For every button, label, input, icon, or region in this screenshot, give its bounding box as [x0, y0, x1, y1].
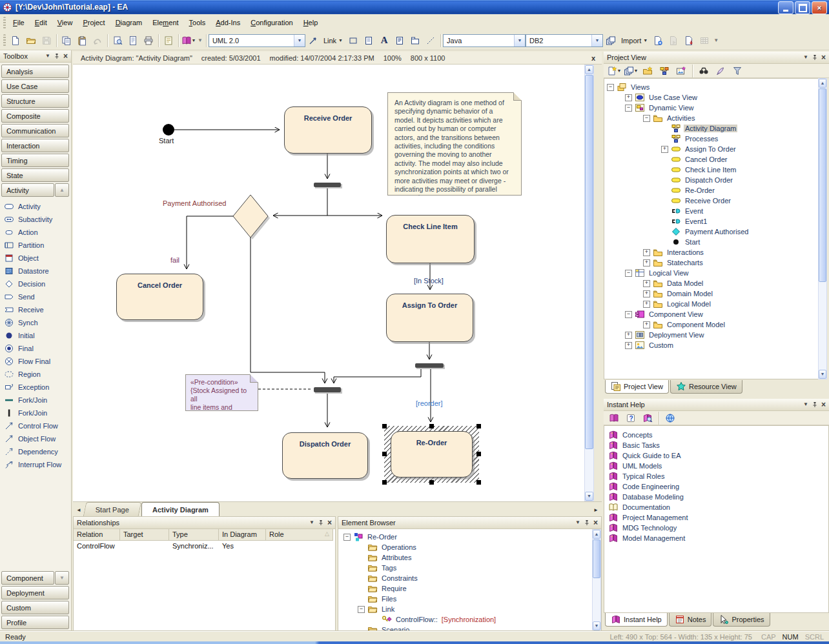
scroll-down-icon[interactable]: ▼ [593, 621, 600, 630]
tree-item-deployment-view[interactable]: +Deployment View [607, 330, 705, 340]
tree-item-link[interactable]: −Link [343, 604, 396, 614]
tree-item-re-order[interactable]: −Re-Order [343, 532, 398, 542]
join-bar[interactable] [314, 387, 341, 392]
tree-item-check-line-item[interactable]: Check Line Item [607, 165, 737, 175]
tree-expander-plus[interactable]: + [643, 259, 650, 267]
column-header-relation[interactable]: Relation [74, 529, 120, 541]
notes-button[interactable] [161, 33, 176, 48]
package-button[interactable] [407, 33, 423, 48]
column-header-type[interactable]: Type [169, 529, 219, 541]
ih-book-button[interactable] [606, 410, 622, 425]
tree-item-views[interactable]: −Views [607, 82, 651, 92]
menu-configuration[interactable]: Configuration [245, 15, 298, 30]
menu-tools[interactable]: Tools [184, 15, 211, 30]
toolbox-section-structure[interactable]: Structure [1, 94, 69, 108]
project-view-close-button[interactable]: × [821, 54, 826, 61]
chevron-down-icon[interactable]: ▼ [591, 35, 602, 46]
toolbox-item-exception[interactable]: Exception [4, 381, 68, 394]
selection-handle[interactable] [476, 480, 481, 485]
join-bar[interactable] [415, 363, 444, 368]
help-topic-database-modeling[interactable]: Database Modeling [608, 492, 685, 502]
column-header-in-diagram[interactable]: In Diagram [219, 529, 266, 541]
reverse-engineer-button[interactable] [681, 33, 697, 48]
toolbox-close-button[interactable]: × [63, 53, 68, 59]
toolbox-item-control-flow[interactable]: Control Flow [4, 419, 68, 432]
toolbox-section-timing[interactable]: Timing [1, 154, 69, 167]
activity-node-dispatch-order[interactable]: Dispatch Order [282, 432, 368, 479]
scroll-down-icon[interactable]: ▼ [819, 370, 826, 379]
start-node[interactable] [163, 124, 174, 136]
menu-project[interactable]: Project [77, 15, 110, 30]
pv-window-stack-button[interactable]: ▼ [623, 63, 639, 78]
tree-expander-minus[interactable]: − [358, 606, 365, 613]
tree-expander-plus[interactable]: + [643, 301, 650, 308]
diagram-canvas[interactable]: Receive OrderCheck Line ItemAssign To Or… [73, 65, 584, 501]
column-header-target[interactable]: Target [120, 529, 169, 541]
tree-item-scenario[interactable]: Scenario [343, 625, 411, 630]
tab-scroll-right-icon[interactable]: ► [591, 505, 600, 515]
tree-expander-minus[interactable]: − [625, 311, 632, 318]
instant-help-menu-button[interactable]: ▼ [803, 401, 808, 408]
activity-node-assign-to-order[interactable]: Assign To Order [386, 294, 473, 342]
toolbox-section-profile[interactable]: Profile [1, 616, 69, 629]
tree-expander-minus[interactable]: − [643, 115, 650, 122]
dashed-connector-button[interactable] [423, 33, 438, 48]
tab-activity-diagram[interactable]: Activity Diagram [141, 502, 220, 516]
dock-tab-notes[interactable]: Notes [669, 613, 712, 627]
element-browser-vscrollbar[interactable]: ▲ ▼ [592, 529, 601, 631]
tree-item-event[interactable]: Event [607, 206, 704, 216]
toolbox-item-activity[interactable]: Activity [4, 200, 68, 213]
tree-item-processes[interactable]: Processes [607, 134, 719, 144]
diagram-close-button[interactable]: x [591, 54, 595, 62]
tree-expander-plus[interactable]: + [625, 342, 632, 349]
scroll-thumb[interactable] [585, 75, 593, 449]
selection-handle[interactable] [382, 452, 387, 456]
tree-item-constraints[interactable]: Constraints [343, 573, 419, 583]
toolbar-overflow-icon[interactable]: ▼ [712, 37, 720, 43]
tree-item-re-order[interactable]: Re-Order [607, 185, 716, 196]
tree-item-data-model[interactable]: +Data Model [607, 278, 704, 288]
toolbox-section-interaction[interactable]: Interaction [1, 139, 69, 152]
tree-item-interactions[interactable]: +Interactions [607, 247, 705, 257]
pv-funnel-button[interactable] [730, 63, 745, 78]
document-element-button[interactable] [392, 33, 407, 48]
toolbox-item-subactivity[interactable]: Subactivity [4, 213, 68, 226]
toolbox-section-communication[interactable]: Communication [1, 124, 69, 137]
tab-start-page[interactable]: Start Page [83, 502, 142, 516]
help-topic-basic-tasks[interactable]: Basic Tasks [608, 440, 661, 450]
tree-expander-minus[interactable]: − [343, 534, 351, 541]
menu-file[interactable]: File [8, 15, 30, 30]
relationships-menu-button[interactable]: ▼ [309, 519, 314, 526]
pv-new-model-button[interactable]: ▼ [606, 63, 622, 78]
tree-expander-minus[interactable]: − [625, 270, 632, 277]
tree-item-activities[interactable]: −Activities [607, 113, 696, 123]
scroll-thumb[interactable] [819, 88, 826, 282]
close-button[interactable]: × [812, 1, 827, 14]
help-topic-documentation[interactable]: Documentation [608, 502, 671, 512]
project-tree-vscrollbar[interactable]: ▲ ▼ [818, 78, 827, 379]
generate-code-button[interactable] [650, 33, 666, 48]
project-view-menu-button[interactable]: ▼ [803, 54, 808, 61]
pin-icon[interactable] [318, 519, 324, 526]
tree-expander-plus[interactable]: + [643, 321, 650, 328]
save-button[interactable] [39, 33, 54, 48]
menu-edit[interactable]: Edit [30, 15, 52, 30]
boundary-button[interactable] [345, 33, 361, 48]
element-browser-menu-button[interactable]: ▼ [575, 519, 580, 526]
ih-book-search-button[interactable] [640, 410, 655, 425]
chevron-down-icon[interactable]: ▼ [514, 35, 525, 46]
activity-node-re-order[interactable]: Re-Order [391, 431, 473, 478]
selection-handle[interactable] [429, 424, 434, 428]
tree-item-use-case-view[interactable]: +Use Case View [607, 92, 699, 103]
code-windows-button[interactable] [603, 33, 619, 48]
menu-help[interactable]: Help [298, 15, 323, 30]
tree-item-assign-to-order[interactable]: +Assign To Order [607, 144, 737, 154]
relationships-close-button[interactable]: × [327, 519, 332, 526]
pv-quill-button[interactable] [713, 63, 728, 78]
tree-item-event1[interactable]: Event1 [607, 216, 708, 226]
help-topic-code-engineering[interactable]: Code Engineering [608, 481, 681, 492]
diagram-note[interactable]: An Activity diagram is one method of spe… [387, 92, 522, 196]
help-book-button[interactable]: ▼ [181, 33, 196, 48]
language-combo[interactable]: Java▼ [443, 34, 526, 47]
maximize-button[interactable] [795, 1, 810, 14]
